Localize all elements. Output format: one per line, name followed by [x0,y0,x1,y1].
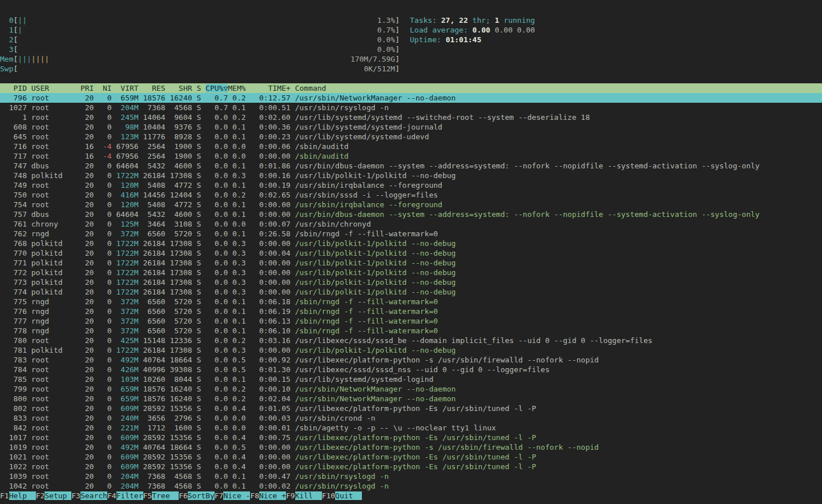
process-row-749[interactable]: 749 root 20 0 120M 5408 4772 S 0.0 0.1 0… [0,180,822,190]
process-row-1017[interactable]: 1017 root 20 0 609M 28592 15356 S 0.0 0.… [0,433,822,442]
cell-shr: 9376 [170,123,192,131]
process-row-796[interactable]: 796 root 20 0 659M 18576 16240 S 0.7 0.2… [0,93,822,103]
cell-virt: 609M [116,462,139,471]
cell-res: 28592 [143,462,166,471]
cell-command: /usr/sbin/NetworkManager --no-daemon [295,385,456,393]
process-row-1019[interactable]: 1019 root 20 0 492M 40764 18664 S 0.0 0.… [0,442,822,452]
fkey-number: F3 [71,491,80,500]
process-row-645[interactable]: 645 root 20 0 123M 11776 8928 S 0.0 0.1 … [0,132,822,142]
column-header-res[interactable]: RES [143,84,166,92]
cell-ni: 0 [98,229,111,238]
process-row-1042[interactable]: 1042 root 20 0 204M 7368 4568 S 0.0 0.1 … [0,481,822,491]
fkey-nice-[interactable]: F8Nice + [250,491,286,500]
cell-res: 26184 [143,346,166,354]
process-row-1039[interactable]: 1039 root 20 0 204M 7368 4568 S 0.0 0.1 … [0,471,822,481]
process-row-785[interactable]: 785 root 20 0 103M 10260 8044 S 0.0 0.1 … [0,374,822,384]
process-row-750[interactable]: 750 root 20 0 416M 14456 12404 S 0.0 0.2… [0,190,822,200]
cell-virt: 492M [116,443,139,451]
cell-user: root [31,365,76,374]
process-table-header: PID USER PRI NI VIRT RES SHR S CPU%▽MEM%… [0,83,822,93]
column-header-time[interactable]: TIME+ [250,84,290,92]
process-row-762[interactable]: 762 rngd 20 0 372M 6560 5720 S 0.0 0.1 0… [0,229,822,239]
process-row-799[interactable]: 799 root 20 0 659M 18576 16240 S 0.0 0.2… [0,384,822,394]
cell-ni: 0 [98,113,111,122]
cell-command: /usr/lib/polkit-1/polkitd --no-debug [295,288,456,296]
fkey-kill[interactable]: F9Kill [286,491,322,500]
process-row-772[interactable]: 772 polkitd 20 0 1722M 26184 17308 S 0.0… [0,268,822,277]
cell-res: 10260 [143,375,166,384]
process-row-754[interactable]: 754 root 20 0 120M 5408 4772 S 0.0 0.1 0… [0,200,822,209]
process-row-716[interactable]: 716 root 16 -4 67956 2564 1900 S 0.0 0.0… [0,142,822,151]
tasks-label: Tasks: [410,16,437,25]
process-row-802[interactable]: 802 root 20 0 609M 28592 15356 S 0.0 0.4… [0,404,822,413]
memory-meter-label: Mem [0,54,13,64]
process-row-1027[interactable]: 1027 root 20 0 204M 7368 4568 S 0.7 0.1 … [0,103,822,112]
process-row-1[interactable]: 1 root 20 0 245M 14064 9604 S 0.0 0.2 0:… [0,112,822,122]
fkey-quit[interactable]: F10Quit [322,491,362,500]
process-row-1021[interactable]: 1021 root 20 0 609M 28592 15356 S 0.0 0.… [0,452,822,462]
process-row-774[interactable]: 774 polkitd 20 0 1722M 26184 17308 S 0.0… [0,287,822,297]
cell-command: /usr/libexec/platform-python -s /usr/sbi… [295,356,599,364]
process-row-842[interactable]: 842 root 20 0 221M 1712 1600 S 0.0 0.0 0… [0,423,822,433]
process-row-833[interactable]: 833 root 20 0 240M 3656 2796 S 0.0 0.0 0… [0,413,822,423]
cell-time: 0:06.10 [250,326,290,335]
fkey-search[interactable]: F3Search [71,491,107,500]
cell-res: 6560 [143,307,166,316]
cell-command: /sbin/rngd -f --fill-watermark=0 [295,297,438,306]
process-row-768[interactable]: 768 polkitd 20 0 1722M 26184 17308 S 0.0… [0,239,822,248]
cell-shr: 15356 [170,462,192,471]
cell-virt: 609M [116,404,139,413]
process-row-781[interactable]: 781 polkitd 20 0 1722M 26184 17308 S 0.0… [0,345,822,355]
process-row-771[interactable]: 771 polkitd 20 0 1722M 26184 17308 S 0.0… [0,258,822,268]
fkey-tree[interactable]: F5Tree [143,491,179,500]
cell-cpu: 0.0 [206,424,228,432]
column-header-mem[interactable]: MEM% [228,84,245,92]
fkey-filter[interactable]: F4Filter [107,491,143,500]
process-row-1022[interactable]: 1022 root 20 0 609M 28592 15356 S 0.0 0.… [0,462,822,471]
meter-open-bracket: [ [13,64,18,74]
cell-ni: 0 [98,249,111,257]
process-row-800[interactable]: 800 root 20 0 659M 18576 16240 S 0.0 0.2… [0,394,822,404]
cell-pid: 747 [0,162,27,170]
process-row-761[interactable]: 761 chrony 20 0 125M 3464 3108 S 0.0 0.0… [0,219,822,229]
meter-bar: | [22,55,27,63]
process-row-757[interactable]: 757 dbus 20 0 64604 5432 4600 S 0.0 0.1 … [0,209,822,219]
cell-ni: 0 [98,414,111,422]
cell-time: 0:00.23 [250,132,290,141]
process-row-748[interactable]: 748 polkitd 20 0 1722M 26184 17308 S 0.0… [0,171,822,180]
column-header-ni[interactable]: NI [98,84,111,92]
column-header-command[interactable]: Command [295,84,327,92]
cell-cpu: 0.0 [206,268,228,277]
column-header-pid[interactable]: PID [0,84,27,92]
process-row-770[interactable]: 770 polkitd 20 0 1722M 26184 17308 S 0.0… [0,248,822,258]
process-row-775[interactable]: 775 rngd 20 0 372M 6560 5720 S 0.0 0.1 0… [0,297,822,307]
cell-pri: 20 [76,200,94,209]
process-row-783[interactable]: 783 root 20 0 492M 40764 18664 S 0.0 0.5… [0,355,822,365]
process-row-717[interactable]: 717 root 16 -4 67956 2564 1900 S 0.0 0.0… [0,151,822,161]
column-header-user[interactable]: USER [31,84,76,92]
load-5min: 0.00 [495,26,513,34]
fkey-help[interactable]: F1Help [0,491,36,500]
process-row-773[interactable]: 773 polkitd 20 0 1722M 26184 17308 S 0.0… [0,277,822,287]
process-row-747[interactable]: 747 dbus 20 0 64604 5432 4600 S 0.0 0.1 … [0,161,822,171]
fkey-nice-[interactable]: F7Nice - [215,491,251,500]
process-row-608[interactable]: 608 root 20 0 98M 10404 9376 S 0.0 0.1 0… [0,122,822,132]
cell-pid: 842 [0,424,27,432]
process-row-777[interactable]: 777 rngd 20 0 372M 6560 5720 S 0.0 0.1 0… [0,316,822,326]
column-header-cpu-sorted[interactable]: CPU%▽ [206,84,228,92]
fkey-sortby[interactable]: F6SortBy [179,491,215,500]
cell-shr: 9604 [170,113,192,122]
cell-time: 0:00.36 [250,123,290,131]
process-row-780[interactable]: 780 root 20 0 425M 15148 12336 S 0.0 0.2… [0,336,822,345]
process-row-784[interactable]: 784 root 20 0 426M 40996 39308 S 0.0 0.5… [0,365,822,374]
cell-user: dbus [31,210,76,219]
process-row-778[interactable]: 778 rngd 20 0 372M 6560 5720 S 0.0 0.1 0… [0,326,822,336]
cell-mem: 0.4 [228,433,245,442]
column-header-shr[interactable]: SHR [170,84,192,92]
cell-pri: 20 [76,191,94,199]
fkey-setup[interactable]: F2Setup [36,491,72,500]
column-header-virt[interactable]: VIRT [116,84,139,92]
column-header-pri[interactable]: PRI [76,84,94,92]
cell-ni: 0 [98,472,111,481]
process-row-776[interactable]: 776 rngd 20 0 372M 6560 5720 S 0.0 0.1 0… [0,307,822,316]
